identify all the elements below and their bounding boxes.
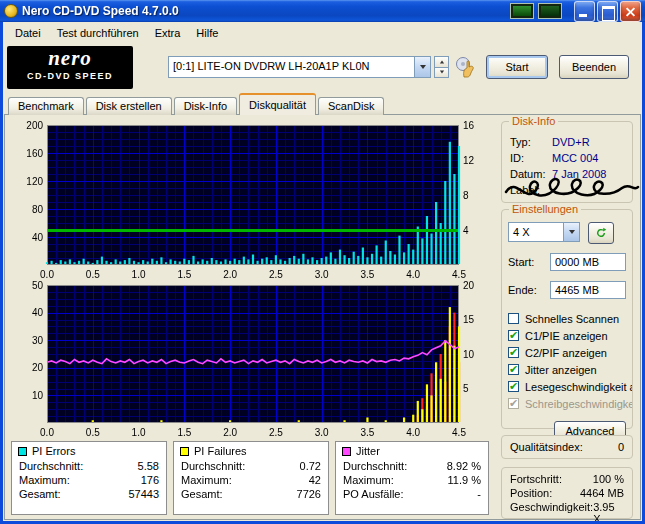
stat-row: Maximum:11.9 % [336, 473, 488, 487]
pi-errors-panel: PI Errors Durchschnitt:5.58 Maximum:176 … [11, 441, 167, 515]
checkbox-label: Schnelles Scannen [525, 313, 619, 325]
refresh-button[interactable] [588, 222, 614, 244]
quit-button[interactable]: Beenden [559, 55, 629, 79]
end-position-field[interactable]: 4465 MB [550, 281, 626, 299]
window-controls [572, 1, 641, 22]
speed-dropdown-button[interactable] [563, 223, 579, 241]
position-value: 4464 MB [580, 487, 624, 499]
titlebar-monitor-icon-2[interactable] [538, 3, 562, 19]
disk-type-label: Typ: [510, 136, 552, 148]
spin-down-button[interactable] [434, 68, 449, 79]
scan-speed-select[interactable]: 4 X [508, 222, 580, 242]
progress-row: Fortschritt:100 % [502, 472, 632, 486]
logo-text-cddvdspeed: CD-DVD SPEED [7, 71, 133, 82]
checkbox-label: C1/PIE anzeigen [525, 330, 608, 342]
jitter-color-swatch [342, 447, 351, 456]
stat-value: - [477, 488, 481, 500]
toolbar: nero CD-DVD SPEED [0:1] LITE-ON DVDRW LH… [3, 43, 642, 93]
checkbox-box [508, 330, 519, 341]
disk-quality-page: PI Errors Durchschnitt:5.58 Maximum:176 … [4, 114, 641, 520]
hand-disc-icon [455, 56, 477, 78]
stat-value: 8.92 % [447, 460, 481, 472]
tab-disk-info[interactable]: Disk-Info [174, 97, 237, 115]
checkbox-box [508, 381, 519, 392]
checkbox-schnelles-scannen[interactable]: Schnelles Scannen [508, 310, 632, 327]
window-title: Nero CD-DVD Speed 4.7.0.0 [22, 4, 506, 18]
titlebar-monitor-icon-1[interactable] [510, 3, 534, 19]
stat-value: 0.72 [300, 460, 321, 472]
tab-scandisk[interactable]: ScanDisk [318, 97, 384, 115]
chevron-down-icon [420, 65, 426, 69]
stat-row: Durchschnitt:8.92 % [336, 459, 488, 473]
tab-disk-erstellen[interactable]: Disk erstellen [86, 97, 172, 115]
progress-label: Fortschritt: [510, 473, 562, 485]
start-button[interactable]: Start [486, 55, 548, 79]
checkbox-box [508, 398, 519, 409]
checkbox-c1-pie-anzeigen[interactable]: C1/PIE anzeigen [508, 327, 632, 344]
stat-row: Durchschnitt:5.58 [12, 459, 166, 473]
drive-selector[interactable]: [0:1] LITE-ON DVDRW LH-20A1P KL0N [168, 56, 431, 78]
pi-failures-panel: PI Failures Durchschnitt:0.72 Maximum:42… [173, 441, 329, 515]
pi-failures-color-swatch [180, 447, 189, 456]
maximize-button[interactable] [597, 1, 618, 22]
close-button[interactable] [620, 1, 641, 22]
stat-value: 5.58 [138, 460, 159, 472]
checkbox-c2-pif-anzeigen[interactable]: C2/PIF anzeigen [508, 344, 632, 361]
nero-logo: nero CD-DVD SPEED [7, 46, 133, 89]
stat-label: Durchschnitt: [343, 460, 407, 472]
disk-type-value: DVD+R [552, 136, 590, 148]
quality-index-box: Qualitätsindex: 0 [501, 435, 633, 459]
start-position-field[interactable]: 0000 MB [550, 253, 626, 271]
tab-strip: Benchmark Disk erstellen Disk-Info Diskq… [8, 93, 386, 115]
stat-label: PO Ausfälle: [343, 488, 404, 500]
chevron-down-icon [439, 71, 443, 74]
app-window: Nero CD-DVD Speed 4.7.0.0 Datei Test dur… [0, 0, 645, 524]
checkbox-label: Jitter anzeigen [525, 364, 597, 376]
disk-info-group: Disk-Info Typ:DVD+R ID:MCC 004 Datum:7 J… [501, 121, 633, 203]
minimize-button[interactable] [574, 1, 595, 22]
chevron-down-icon [569, 230, 575, 234]
jitter-panel: Jitter Durchschnitt:8.92 % Maximum:11.9 … [335, 441, 489, 515]
settings-group: Einstellungen 4 X Start: 000 [501, 209, 633, 429]
stat-row: Maximum:176 [12, 473, 166, 487]
pi-errors-title: PI Errors [32, 445, 75, 457]
checkbox-schreibgeschwindigkeit: Schreibgeschwindigkeit [508, 395, 632, 412]
quality-index-label: Qualitätsindex: [510, 441, 583, 453]
stat-value: 42 [309, 474, 321, 486]
stat-row: Gesamt:57443 [12, 487, 166, 501]
menu-extra[interactable]: Extra [147, 24, 189, 42]
tab-benchmark[interactable]: Benchmark [8, 97, 84, 115]
drive-selector-value: [0:1] LITE-ON DVDRW LH-20A1P KL0N [169, 57, 414, 77]
checkbox-jitter-anzeigen[interactable]: Jitter anzeigen [508, 361, 632, 378]
stat-value: 176 [141, 474, 159, 486]
checkbox-box [508, 347, 519, 358]
menubar: Datei Test durchführen Extra Hilfe [3, 22, 642, 43]
menu-hilfe[interactable]: Hilfe [188, 24, 226, 42]
checkbox-label: Schreibgeschwindigkeit [525, 398, 632, 410]
end-position-label: Ende: [508, 284, 550, 296]
drive-dropdown-button[interactable] [414, 57, 430, 77]
titlebar[interactable]: Nero CD-DVD Speed 4.7.0.0 [0, 0, 645, 22]
disk-label-label: Label: [510, 184, 552, 196]
eject-disc-hand-button[interactable] [453, 54, 479, 80]
menu-datei[interactable]: Datei [7, 24, 49, 42]
tab-diskqualitaet[interactable]: Diskqualität [239, 93, 316, 115]
app-icon [4, 4, 18, 18]
stat-row: Gesamt:7726 [174, 487, 328, 501]
stat-value: 57443 [128, 488, 159, 500]
position-label: Position: [510, 487, 552, 499]
jitter-title: Jitter [356, 445, 380, 457]
drive-number-spinner [434, 56, 449, 78]
spin-up-button[interactable] [434, 56, 449, 68]
checkbox-lesegeschwindigkeit[interactable]: Lesegeschwindigkeit a [508, 378, 632, 395]
checkbox-label: Lesegeschwindigkeit a [525, 381, 632, 393]
start-position-label: Start: [508, 256, 550, 268]
stat-value: 11.9 % [448, 474, 481, 486]
stat-label: Durchschnitt: [181, 460, 245, 472]
disk-date-row: Datum:7 Jan 2008 [502, 166, 632, 182]
refresh-icon [595, 225, 607, 241]
chevron-up-icon [439, 60, 443, 63]
menu-test-durchfuehren[interactable]: Test durchführen [49, 24, 147, 42]
scan-speed-value: 4 X [509, 223, 563, 241]
progress-value: 100 % [593, 473, 624, 485]
